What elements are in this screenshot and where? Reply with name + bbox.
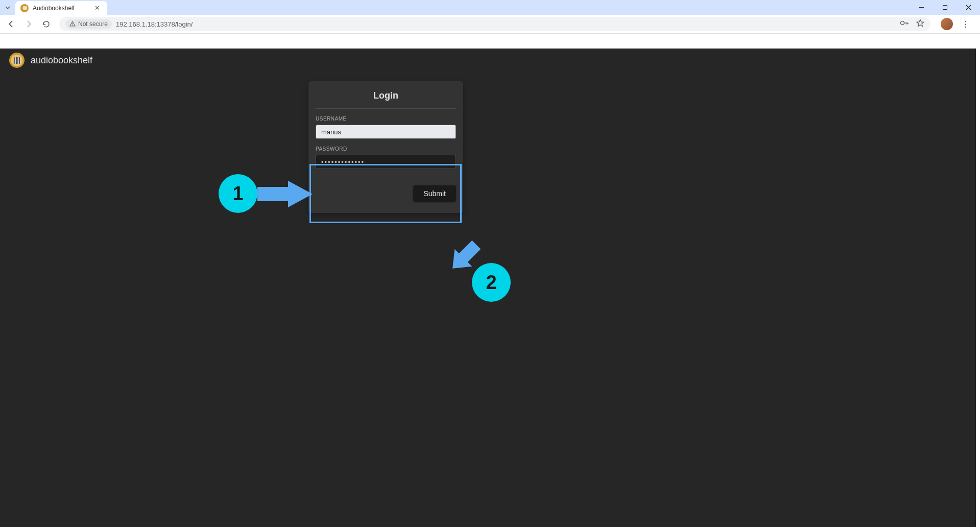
profile-avatar[interactable]: [941, 18, 953, 30]
security-badge[interactable]: Not secure: [65, 19, 112, 29]
maximize-button[interactable]: [933, 0, 957, 14]
app-logo-icon: [9, 53, 25, 68]
tab-favicon-icon: [20, 4, 29, 12]
annotation-step-2-label: 2: [486, 272, 496, 294]
close-window-button[interactable]: [957, 0, 980, 14]
annotation-step-1: 1: [219, 174, 257, 213]
tab-close-icon[interactable]: ✕: [92, 4, 102, 12]
svg-rect-1: [943, 5, 947, 9]
tab-title: Audiobookshelf: [33, 5, 75, 12]
address-bar[interactable]: Not secure 192.168.1.18:13378/login/: [59, 17, 930, 31]
minimize-button[interactable]: [910, 0, 933, 14]
password-label: PASSWORD: [316, 146, 456, 152]
url-text: 192.168.1.18:13378/login/: [116, 20, 193, 28]
bookmark-star-icon[interactable]: [916, 19, 924, 29]
content-spacer: [0, 34, 980, 49]
window-controls: [910, 0, 980, 15]
browser-menu-icon[interactable]: ⋮: [958, 19, 973, 30]
app-header: audiobookshelf: [0, 49, 976, 72]
annotation-step-2: 2: [472, 263, 511, 302]
forward-button[interactable]: [21, 17, 36, 31]
browser-tab[interactable]: Audiobookshelf ✕: [15, 1, 107, 15]
submit-button[interactable]: Submit: [413, 185, 456, 202]
password-input[interactable]: [316, 155, 456, 169]
svg-point-6: [901, 21, 904, 25]
browser-toolbar: Not secure 192.168.1.18:13378/login/ ⋮: [0, 15, 980, 34]
browser-tab-bar: Audiobookshelf ✕: [0, 0, 980, 15]
reload-button[interactable]: [39, 17, 53, 31]
tab-list-dropdown[interactable]: [0, 0, 15, 15]
scrollbar-gutter: [976, 49, 980, 527]
username-input[interactable]: [316, 125, 456, 139]
app-name: audiobookshelf: [31, 55, 92, 66]
security-label: Not secure: [78, 20, 108, 28]
back-button[interactable]: [4, 17, 18, 31]
login-card: Login USERNAME PASSWORD Submit: [308, 81, 463, 213]
warning-icon: [69, 21, 76, 27]
annotation-step-1-label: 1: [232, 183, 243, 205]
svg-point-5: [72, 25, 73, 26]
password-key-icon[interactable]: [900, 19, 909, 29]
username-label: USERNAME: [316, 116, 456, 122]
login-title: Login: [316, 90, 456, 109]
